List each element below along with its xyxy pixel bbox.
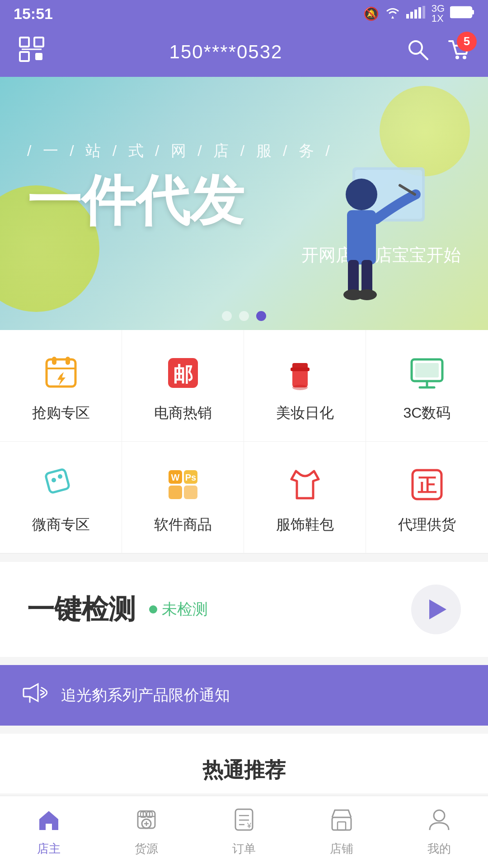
- category-agency[interactable]: 正 代理供货: [366, 442, 488, 553]
- beauty-label: 美妆日化: [276, 403, 334, 423]
- svg-rect-0: [406, 14, 409, 19]
- svg-text:邮: 邮: [173, 363, 193, 385]
- detection-status-wrapper: 未检测: [149, 599, 208, 620]
- category-software[interactable]: W Ps 软件商品: [122, 442, 244, 553]
- nav-right: 5: [407, 38, 470, 66]
- detection-play-button[interactable]: [411, 585, 461, 634]
- digital-icon: [407, 353, 447, 393]
- shop-icon: [329, 807, 354, 837]
- svg-text:正: 正: [418, 475, 437, 496]
- svg-rect-27: [66, 357, 70, 365]
- bottom-nav: 店主 货源 ¥: [0, 796, 488, 868]
- banner-dot-2[interactable]: [239, 311, 249, 321]
- nav-bar: 150****0532 5: [0, 27, 488, 77]
- svg-rect-40: [45, 469, 70, 493]
- svg-rect-6: [472, 10, 474, 14]
- tab-mine[interactable]: 我的: [390, 807, 488, 857]
- svg-point-35: [292, 385, 308, 390]
- banner: / 一 / 站 / 式 / 网 / 店 / 服 / 务 / 一件代发 开网店 从…: [0, 77, 488, 330]
- banner-dots: [222, 311, 266, 321]
- tab-orders[interactable]: ¥ 订单: [195, 807, 293, 857]
- tab-supply[interactable]: 货源: [98, 807, 195, 857]
- announcement-icon: [23, 681, 47, 709]
- tab-shop-label: 店铺: [330, 841, 353, 857]
- agency-icon: 正: [407, 464, 447, 505]
- tab-orders-label: 订单: [232, 841, 256, 857]
- agency-label: 代理供货: [398, 515, 456, 535]
- category-beauty[interactable]: 美妆日化: [244, 330, 366, 442]
- cart-button[interactable]: 5: [447, 38, 470, 66]
- svg-rect-63: [338, 822, 346, 830]
- banner-dot-3[interactable]: [256, 311, 266, 321]
- svg-rect-48: [184, 486, 197, 499]
- detection-section: 一键检测 未检测: [0, 562, 488, 657]
- banner-dot-1[interactable]: [222, 311, 232, 321]
- section-title: 热通推荐: [202, 758, 286, 782]
- play-icon: [429, 599, 446, 619]
- svg-rect-3: [418, 7, 421, 19]
- category-flash-sale[interactable]: 抢购专区: [0, 330, 122, 442]
- svg-rect-2: [414, 9, 417, 19]
- svg-rect-11: [36, 54, 42, 59]
- status-icons: 🔕 3G1X: [363, 4, 474, 24]
- svg-rect-4: [422, 6, 425, 19]
- beauty-icon: [285, 353, 325, 393]
- svg-rect-62: [332, 817, 351, 830]
- svg-point-15: [463, 56, 466, 59]
- announcement-bar[interactable]: 追光豹系列产品限价通知: [0, 665, 488, 726]
- mine-icon: [427, 807, 451, 837]
- svg-text:W: W: [171, 472, 179, 482]
- svg-rect-39: [415, 363, 439, 377]
- category-ecommerce[interactable]: 邮 电商热销: [122, 330, 244, 442]
- detection-status: 未检测: [162, 599, 208, 620]
- network-type: 3G1X: [432, 4, 445, 24]
- scan-button[interactable]: [18, 36, 45, 68]
- tab-home[interactable]: 店主: [0, 807, 98, 857]
- detection-title: 一键检测: [27, 591, 136, 628]
- search-button[interactable]: [407, 38, 429, 66]
- digital-label: 3C数码: [404, 403, 451, 423]
- status-bar: 15:51 🔕 3G1X: [0, 0, 488, 27]
- clothing-label: 服饰鞋包: [276, 515, 334, 535]
- category-digital[interactable]: 3C数码: [366, 330, 488, 442]
- orders-icon: ¥: [232, 807, 256, 837]
- tab-shop[interactable]: 店铺: [293, 807, 390, 857]
- svg-rect-1: [410, 12, 413, 19]
- software-label: 软件商品: [154, 515, 212, 535]
- flash-sale-label: 抢购专区: [32, 403, 90, 423]
- category-grid: 抢购专区 邮 电商热销 美妆日化: [0, 330, 488, 554]
- svg-rect-47: [169, 486, 182, 499]
- svg-rect-34: [291, 368, 310, 371]
- wifi-icon: [385, 6, 401, 22]
- signal-icon: [406, 6, 426, 22]
- svg-rect-7: [20, 38, 29, 47]
- banner-person: [316, 149, 434, 303]
- svg-line-13: [420, 52, 427, 59]
- detection-dot: [149, 605, 157, 613]
- ecommerce-icon: 邮: [163, 353, 203, 393]
- clothing-icon: [285, 464, 325, 505]
- svg-rect-32: [292, 368, 308, 387]
- svg-rect-5: [450, 7, 472, 18]
- detection-left: 一键检测 未检测: [27, 591, 208, 628]
- supply-icon: [134, 807, 159, 837]
- tab-supply-label: 货源: [135, 841, 158, 857]
- category-clothing[interactable]: 服饰鞋包: [244, 442, 366, 553]
- svg-rect-8: [34, 38, 43, 47]
- svg-point-18: [346, 179, 377, 210]
- svg-point-42: [58, 474, 62, 479]
- hot-section: 热通推荐: [0, 734, 488, 793]
- home-icon: [37, 807, 61, 837]
- ecommerce-label: 电商热销: [154, 403, 212, 423]
- wechat-label: 微商专区: [32, 515, 90, 535]
- svg-point-14: [455, 56, 459, 59]
- svg-rect-26: [52, 357, 56, 365]
- announcement-text: 追光豹系列产品限价通知: [61, 685, 230, 706]
- svg-point-41: [52, 478, 56, 482]
- cart-badge: 5: [457, 32, 477, 52]
- svg-point-24: [357, 289, 377, 300]
- category-wechat[interactable]: 微商专区: [0, 442, 122, 553]
- tab-home-label: 店主: [37, 841, 61, 857]
- svg-point-65: [434, 810, 445, 821]
- software-icon: W Ps: [163, 464, 203, 505]
